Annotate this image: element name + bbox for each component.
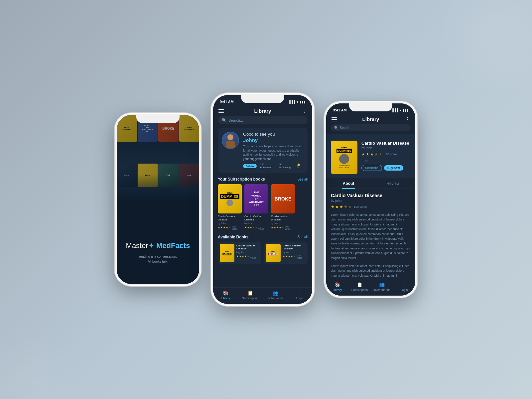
star3: ★: [250, 226, 252, 229]
ds3: ★: [370, 152, 374, 157]
book-world-text: THEWORLDOFABSTRACTART: [249, 191, 264, 207]
book-cover-orange: BROKE: [271, 184, 295, 213]
more-options-icon[interactable]: ⋮: [302, 108, 307, 114]
signal-icon: ▐▐▐: [288, 100, 295, 104]
tab-about[interactable]: About: [326, 178, 371, 189]
s5: ★: [247, 255, 249, 258]
tab-about-label: About: [343, 181, 354, 186]
available-book-1[interactable]: Wikis DUMMIES Cardio Vasluar Disease by …: [218, 242, 261, 264]
phone3-more-icon[interactable]: ⋮: [405, 116, 410, 122]
phone3-bottom-nav: 📚 Library 📋 Subscription 👥 Invite friend…: [326, 279, 415, 296]
phone3-app-header: Library ⋮: [326, 114, 415, 124]
available-section-header: Available Books See all: [218, 235, 308, 239]
user-avatar: [222, 132, 239, 149]
logo-dot: ✦: [148, 241, 154, 250]
avatar-head: [227, 134, 233, 140]
subscribe-button[interactable]: Subscribe: [361, 165, 382, 171]
available-see-all[interactable]: See all: [297, 235, 308, 239]
avail-info-2: Cardio Vasluar Disease by john ★ ★ ★ ★ ★…: [283, 244, 306, 259]
s3: ★: [242, 255, 244, 258]
tab-review[interactable]: Review: [371, 178, 415, 189]
following-stat: 50 Following: [279, 163, 294, 169]
detail-tabs: About Review: [326, 178, 415, 189]
phone3-nav-library[interactable]: 📚 Library: [326, 282, 348, 292]
buy-button[interactable]: Buy now: [384, 165, 403, 171]
wikis-label: Wikis: [227, 192, 232, 194]
avail-dummies-1: DUMMIES: [222, 253, 232, 255]
phone2-search-bar[interactable]: 🔍 Search...: [218, 116, 308, 124]
h-line1: [332, 117, 337, 118]
avail-info-1: Cardio Vasluar Disease by john ★ ★ ★ ★ ★…: [236, 244, 259, 259]
profile-greeting: Good to see you: [243, 132, 304, 137]
avail-votes-2: 100 votes: [297, 254, 306, 259]
phone2-frame: 9:41 AM ▐▐▐ ▾ ▮▮▮ Library ⋮: [211, 93, 314, 306]
tab-review-label: Review: [386, 181, 399, 186]
detail-action-buttons: Subscribe Buy now →: [361, 165, 411, 171]
about-votes: 100 votes: [354, 205, 367, 208]
s2: ★: [239, 255, 241, 258]
detail-book-cover: Wikis DUMMIES A ReferenceBest Of Us: [331, 141, 357, 174]
star5: ★: [282, 226, 284, 229]
detail-social-links: f in: [361, 159, 411, 162]
follow-button[interactable]: Follow: [243, 164, 257, 168]
detail-more-button[interactable]: →: [405, 166, 409, 170]
book2-title: Cardio Vasluar Disease: [244, 215, 268, 221]
star1: ★: [244, 226, 247, 229]
s5: ★: [293, 255, 296, 258]
phone3-nav-login[interactable]: → Login: [393, 282, 415, 292]
battery-icon: ▮▮▮: [403, 108, 409, 112]
phone3-frame: 9:41 AM ▐▐▐ ▾ ▮▮▮ Library ⋮: [324, 101, 417, 298]
book-detail-screen: 9:41 AM ▐▐▐ ▾ ▮▮▮ Library ⋮: [326, 103, 415, 296]
wifi-icon: ▾: [400, 108, 401, 112]
search-placeholder: Search...: [228, 118, 243, 122]
phone3-nav-subscription-label: Subscription: [351, 288, 368, 292]
about-paragraph-1: Lorem ipsum dolor sit amet, consectetur …: [331, 212, 411, 260]
s4: ★: [244, 255, 247, 258]
nav-login[interactable]: → Login: [288, 290, 313, 300]
phone2-screen: 9:41 AM ▐▐▐ ▾ ▮▮▮ Library ⋮: [213, 95, 312, 304]
splash-book-1: WikisDUMMIES: [117, 115, 137, 142]
book3-stars: ★ ★ ★ ★ ★ 100 votes: [271, 225, 295, 230]
battery-icon: ▮▮▮: [300, 100, 306, 104]
s4: ★: [291, 255, 293, 258]
as3: ★: [339, 204, 343, 209]
twitter-icon[interactable]: in: [365, 159, 368, 162]
wifi-icon: ▾: [297, 100, 298, 104]
phone3-library-icon: 📚: [334, 282, 340, 287]
avail-cover-1: Wikis DUMMIES: [220, 244, 234, 262]
ds4: ★: [374, 152, 378, 157]
phone3-hamburger-icon[interactable]: [332, 117, 337, 121]
phone3-nav-subscription[interactable]: 📋 Subscription: [348, 282, 371, 292]
facebook-icon[interactable]: f: [361, 159, 362, 162]
splash-book-4: WikisDUMMIES: [179, 115, 200, 142]
subscription-icon: 📋: [247, 290, 253, 296]
star5: ★: [255, 226, 257, 229]
subscription-book-2[interactable]: THEWORLDOFABSTRACTART Cardio Vasluar Dis…: [244, 184, 268, 230]
avail-votes-1: 100 votes: [250, 254, 259, 259]
available-book-2[interactable]: Wikis DUMMIES Cardio Vasluar Disease by …: [264, 242, 308, 264]
ds2: ★: [366, 152, 369, 157]
profile-info: Good to see you Johny This handy tool he…: [243, 132, 304, 169]
dummies-label: DUMMIES: [220, 194, 239, 199]
book3-author: by John: [271, 222, 295, 224]
nav-subscription[interactable]: 📋 Subscription: [238, 290, 263, 300]
avatar-body: [226, 141, 235, 148]
avail-stars-2: ★ ★ ★ ★ ★ 100 votes: [283, 254, 306, 259]
star2: ★: [247, 226, 249, 229]
subscription-see-all[interactable]: See all: [297, 178, 308, 181]
book-detail-card: Wikis DUMMIES A ReferenceBest Of Us Card…: [331, 141, 411, 174]
nav-library[interactable]: 📚 Library: [213, 290, 238, 300]
subscription-book-3[interactable]: BROKE Cardio Vasluar Disease by John ★ ★…: [271, 184, 295, 230]
star1: ★: [218, 226, 220, 229]
avail-label-2: DUMMIES: [268, 253, 278, 255]
phone3-search-bar[interactable]: 🔍 Search...: [331, 124, 411, 131]
hamburger-menu-icon[interactable]: [218, 109, 224, 113]
star2: ★: [274, 226, 276, 229]
nav-invite[interactable]: 👥 Invite friends: [263, 290, 288, 300]
splash-content: Master✦ MedFacts reading is a conversati…: [117, 241, 199, 264]
avail-author-2: by john: [283, 251, 306, 253]
about-section: Cardio Vasluar Disease by john ★ ★ ★ ★ ★…: [326, 189, 415, 279]
subscription-book-1[interactable]: Wikis DUMMIES Cardio Vasluar Disease by …: [218, 184, 242, 230]
nav-library-label: Library: [221, 297, 230, 300]
phone3-nav-invite[interactable]: 👥 Invite friends: [371, 282, 393, 292]
